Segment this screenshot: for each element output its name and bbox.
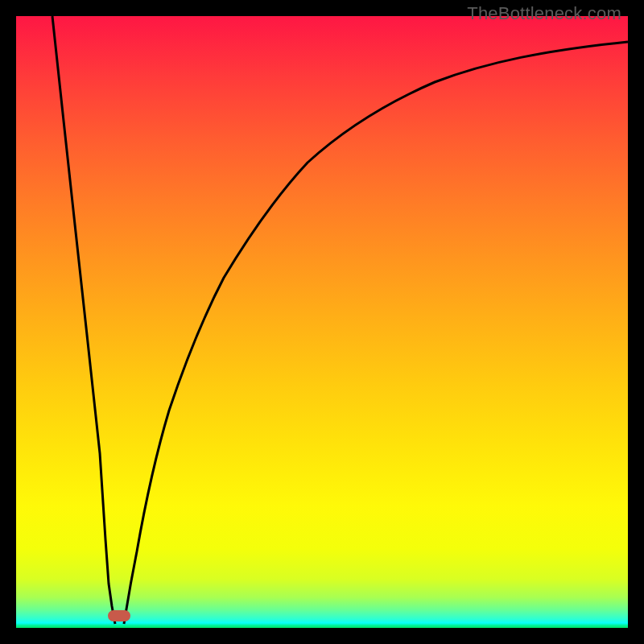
bottleneck-curve: [16, 16, 628, 628]
minimum-marker: [108, 610, 130, 621]
watermark-text: TheBottleneck.com: [467, 3, 621, 24]
chart-container: TheBottleneck.com: [0, 0, 644, 644]
plot-area: [16, 16, 628, 628]
curve-left-branch: [52, 16, 115, 624]
curve-right-branch: [124, 42, 628, 624]
